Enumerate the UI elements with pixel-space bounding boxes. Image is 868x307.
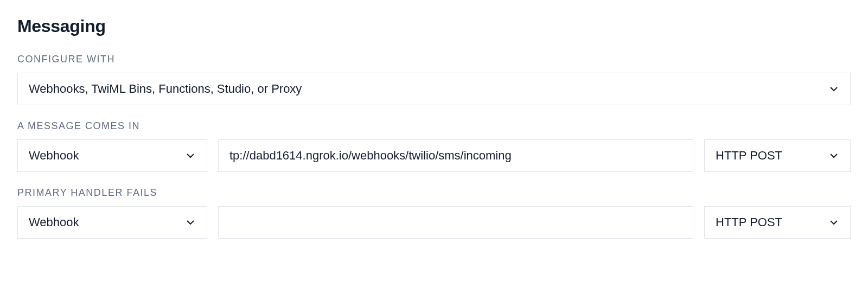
primary-handler-fails-label: PRIMARY HANDLER FAILS (17, 187, 851, 199)
message-comes-in-method-select[interactable]: HTTP POST (704, 139, 851, 172)
message-comes-in-type-value: Webhook (29, 149, 180, 163)
primary-handler-fails-type-select[interactable]: Webhook (17, 206, 207, 239)
primary-handler-fails-field: PRIMARY HANDLER FAILS Webhook HTTP POST (17, 187, 851, 239)
chevron-down-icon (185, 217, 196, 228)
configure-with-select[interactable]: Webhooks, TwiML Bins, Functions, Studio,… (17, 73, 851, 105)
message-comes-in-type-select[interactable]: Webhook (17, 139, 207, 172)
chevron-down-icon (828, 217, 839, 228)
section-title: Messaging (17, 16, 851, 36)
chevron-down-icon (828, 84, 839, 94)
chevron-down-icon (185, 150, 196, 161)
configure-with-label: CONFIGURE WITH (17, 54, 851, 65)
message-comes-in-method-value: HTTP POST (716, 149, 823, 163)
primary-handler-fails-url-input[interactable] (218, 206, 693, 239)
primary-handler-fails-type-value: Webhook (29, 215, 180, 229)
message-comes-in-label: A MESSAGE COMES IN (17, 120, 851, 132)
message-comes-in-url-input[interactable] (218, 139, 693, 172)
primary-handler-fails-method-select[interactable]: HTTP POST (704, 206, 851, 239)
primary-handler-fails-method-value: HTTP POST (716, 215, 823, 229)
message-comes-in-field: A MESSAGE COMES IN Webhook HTTP POST (17, 120, 851, 172)
configure-with-field: CONFIGURE WITH Webhooks, TwiML Bins, Fun… (17, 54, 851, 105)
configure-with-value: Webhooks, TwiML Bins, Functions, Studio,… (29, 82, 823, 96)
chevron-down-icon (828, 150, 839, 161)
